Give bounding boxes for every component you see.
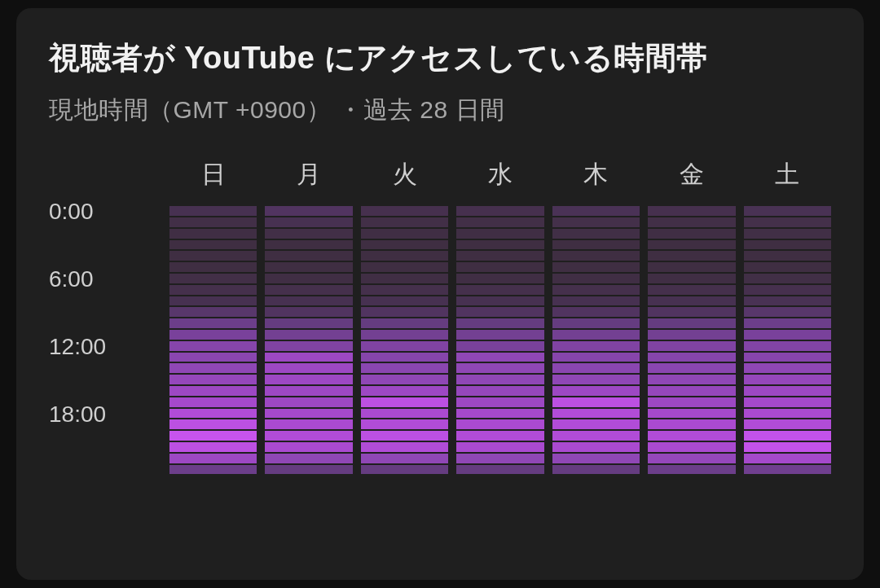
- heatmap-cell: [265, 419, 352, 431]
- heatmap-cell: [552, 386, 640, 397]
- heatmap-cell: [361, 285, 448, 296]
- heatmap-cell: [265, 454, 352, 465]
- heatmap-cell: [456, 465, 543, 476]
- heatmap-cell: [744, 217, 831, 229]
- day-header: 日: [169, 158, 257, 191]
- heatmap-cell: [552, 240, 640, 252]
- heatmap-cell: [169, 240, 257, 252]
- heatmap-cell: [265, 375, 352, 386]
- heatmap-cell: [744, 296, 831, 308]
- heatmap-cell: [169, 307, 257, 318]
- heatmap-cell: [648, 285, 735, 296]
- heatmap-cell: [648, 262, 735, 274]
- heatmap-cell: [552, 274, 640, 285]
- heatmap-cell: [169, 454, 257, 465]
- heatmap-cell: [648, 341, 735, 353]
- heatmap-cell: [265, 330, 352, 341]
- heatmap-cell: [169, 285, 257, 296]
- heatmap-cell: [456, 454, 543, 465]
- heatmap-cell: [456, 442, 543, 454]
- heatmap-cell: [552, 353, 640, 364]
- y-axis: 0:006:0012:0018:00: [49, 206, 169, 476]
- heatmap-cell: [552, 262, 640, 274]
- heatmap-cell: [456, 330, 543, 341]
- heatmap-cell: [456, 296, 543, 308]
- heatmap-grid: 0:006:0012:0018:00: [49, 206, 831, 476]
- heatmap-cell: [361, 330, 448, 341]
- heatmap-cell: [456, 431, 543, 442]
- heatmap-cell: [648, 442, 735, 454]
- analytics-card: 視聴者が YouTube にアクセスしている時間帯 現地時間（GMT +0900…: [16, 8, 864, 580]
- heatmap-cell: [169, 229, 257, 240]
- heatmap-cell: [361, 442, 448, 454]
- heatmap-cell: [648, 454, 735, 465]
- heatmap-cell: [456, 341, 543, 353]
- heatmap-cell: [361, 296, 448, 308]
- heatmap-cell: [744, 318, 831, 330]
- heatmap-cell: [456, 375, 543, 386]
- y-axis-label: 0:00: [49, 199, 147, 225]
- heatmap-cell: [744, 341, 831, 353]
- heatmap-cell: [456, 262, 543, 274]
- heatmap-day-column: [169, 206, 257, 476]
- heatmap-cell: [265, 296, 352, 308]
- heatmap-cell: [552, 206, 640, 217]
- heatmap-cell: [361, 431, 448, 442]
- heatmap-cell: [744, 386, 831, 397]
- heatmap-cell: [361, 217, 448, 229]
- heatmap-cell: [361, 229, 448, 240]
- heatmap-cell: [265, 206, 352, 217]
- heatmap-cell: [265, 274, 352, 285]
- heatmap-cell: [456, 229, 543, 240]
- heatmap-cell: [361, 454, 448, 465]
- heatmap-day-column: [265, 206, 352, 476]
- heatmap-cell: [744, 285, 831, 296]
- heatmap-cell: [361, 307, 448, 318]
- heatmap-cell: [648, 217, 735, 229]
- heatmap-cell: [169, 341, 257, 353]
- heatmap-cell: [648, 353, 735, 364]
- heatmap-cell: [361, 419, 448, 431]
- heatmap-cell: [169, 419, 257, 431]
- heatmap-cell: [265, 363, 352, 375]
- heatmap-cell: [456, 409, 543, 420]
- heatmap-cell: [361, 251, 448, 262]
- heatmap-cell: [552, 229, 640, 240]
- heatmap-cell: [648, 419, 735, 431]
- heatmap-cell: [265, 217, 352, 229]
- heatmap-cell: [744, 409, 831, 420]
- heatmap-cell: [456, 353, 543, 364]
- heatmap-cell: [361, 409, 448, 420]
- day-header: 金: [648, 158, 735, 191]
- heatmap-cell: [169, 397, 257, 409]
- heatmap-cell: [552, 330, 640, 341]
- heatmap-cell: [361, 240, 448, 252]
- heatmap-cell: [361, 206, 448, 217]
- heatmap-cell: [744, 431, 831, 442]
- heatmap-cell: [648, 240, 735, 252]
- heatmap-cell: [648, 307, 735, 318]
- heatmap-cell: [552, 465, 640, 476]
- heatmap-cell: [265, 397, 352, 409]
- heatmap-cell: [456, 251, 543, 262]
- heatmap-cell: [744, 251, 831, 262]
- heatmap-cell: [169, 217, 257, 229]
- heatmap-cell: [552, 285, 640, 296]
- heatmap-cell: [744, 206, 831, 217]
- heatmap-cell: [169, 465, 257, 476]
- heatmap-day-column: [456, 206, 543, 476]
- heatmap-cell: [552, 217, 640, 229]
- heatmap-cell: [265, 442, 352, 454]
- heatmap-day-column: [552, 206, 640, 476]
- day-header: 土: [744, 158, 831, 191]
- heatmap-cell: [169, 431, 257, 442]
- heatmap-cell: [169, 251, 257, 262]
- heatmap-cell: [456, 240, 543, 252]
- heatmap-cell: [744, 419, 831, 431]
- heatmap-cell: [648, 296, 735, 308]
- heatmap-day-column: [648, 206, 735, 476]
- heatmap-cell: [456, 318, 543, 330]
- heatmap-cell: [265, 229, 352, 240]
- heatmap-cell: [361, 353, 448, 364]
- heatmap-cell: [648, 206, 735, 217]
